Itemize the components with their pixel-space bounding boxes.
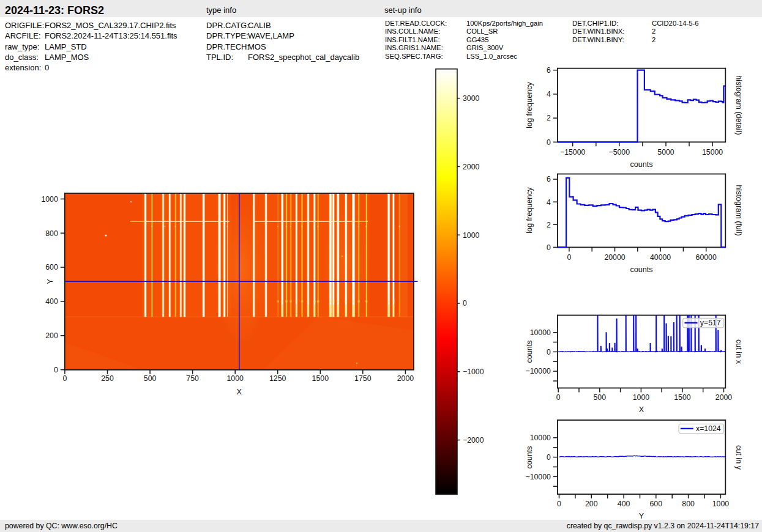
svg-text:histogram (full): histogram (full) — [734, 185, 743, 235]
svg-text:0: 0 — [557, 500, 561, 508]
svg-text:x=1024: x=1024 — [696, 424, 721, 433]
svg-text:2000: 2000 — [397, 374, 414, 383]
svg-text:60000: 60000 — [696, 253, 717, 262]
svg-text:1750: 1750 — [354, 374, 372, 383]
svg-text:1000: 1000 — [463, 231, 480, 240]
svg-text:0: 0 — [547, 348, 551, 357]
svg-text:2000: 2000 — [463, 163, 480, 171]
svg-text:200: 200 — [45, 331, 58, 340]
svg-text:log frequency: log frequency — [525, 81, 534, 128]
svg-text:15000: 15000 — [702, 148, 723, 157]
svg-text:2: 2 — [547, 221, 551, 229]
svg-text:0: 0 — [567, 253, 571, 262]
svg-text:−2000: −2000 — [463, 436, 484, 445]
svg-text:200: 200 — [585, 500, 598, 508]
svg-text:4: 4 — [547, 90, 551, 98]
svg-text:counts: counts — [630, 160, 652, 169]
svg-text:4: 4 — [547, 198, 551, 207]
svg-text:5000: 5000 — [657, 148, 674, 157]
svg-text:1000: 1000 — [712, 500, 730, 508]
svg-text:0: 0 — [547, 453, 551, 462]
svg-text:−10000: −10000 — [526, 473, 551, 481]
svg-text:20000: 20000 — [604, 253, 625, 262]
svg-text:Y: Y — [46, 279, 54, 284]
svg-text:−10000: −10000 — [526, 367, 551, 375]
svg-text:counts: counts — [525, 446, 534, 468]
svg-text:10000: 10000 — [530, 434, 551, 442]
svg-text:600: 600 — [650, 500, 663, 508]
svg-text:3000: 3000 — [463, 94, 480, 103]
svg-text:400: 400 — [618, 500, 630, 508]
svg-text:1500: 1500 — [674, 393, 691, 402]
svg-text:800: 800 — [682, 500, 695, 508]
svg-text:1000: 1000 — [41, 195, 58, 204]
svg-text:−5000: −5000 — [609, 148, 630, 157]
svg-text:10000: 10000 — [530, 328, 551, 337]
svg-text:cut in y: cut in y — [734, 445, 743, 470]
svg-text:y=517: y=517 — [700, 319, 721, 327]
svg-text:1250: 1250 — [269, 374, 286, 383]
svg-text:1500: 1500 — [312, 374, 329, 383]
svg-text:500: 500 — [144, 374, 157, 383]
svg-text:counts: counts — [525, 340, 534, 363]
svg-text:800: 800 — [45, 229, 58, 238]
svg-text:0: 0 — [463, 299, 467, 308]
svg-text:6: 6 — [547, 175, 551, 183]
svg-text:1000: 1000 — [633, 393, 650, 402]
svg-text:750: 750 — [186, 374, 199, 383]
svg-text:cut in x: cut in x — [734, 339, 743, 364]
svg-text:0: 0 — [62, 374, 67, 383]
svg-text:40000: 40000 — [650, 253, 671, 262]
svg-text:0: 0 — [547, 138, 551, 147]
svg-text:250: 250 — [101, 374, 114, 383]
svg-text:−15000: −15000 — [560, 148, 586, 157]
svg-text:X: X — [237, 388, 242, 396]
svg-text:400: 400 — [45, 297, 58, 306]
svg-text:Y: Y — [639, 512, 644, 520]
svg-text:500: 500 — [594, 393, 607, 402]
svg-text:0: 0 — [556, 393, 561, 402]
svg-text:6: 6 — [547, 66, 551, 75]
svg-text:counts: counts — [630, 265, 652, 274]
svg-text:600: 600 — [45, 263, 58, 272]
svg-text:X: X — [639, 405, 644, 414]
svg-text:−1000: −1000 — [463, 368, 484, 376]
svg-text:2000: 2000 — [715, 393, 733, 402]
svg-text:1000: 1000 — [227, 374, 244, 383]
svg-text:log frequency: log frequency — [525, 187, 534, 233]
svg-text:0: 0 — [547, 243, 551, 252]
svg-text:2: 2 — [547, 114, 551, 122]
svg-text:0: 0 — [54, 366, 58, 374]
svg-text:histogram (detail): histogram (detail) — [734, 75, 743, 135]
